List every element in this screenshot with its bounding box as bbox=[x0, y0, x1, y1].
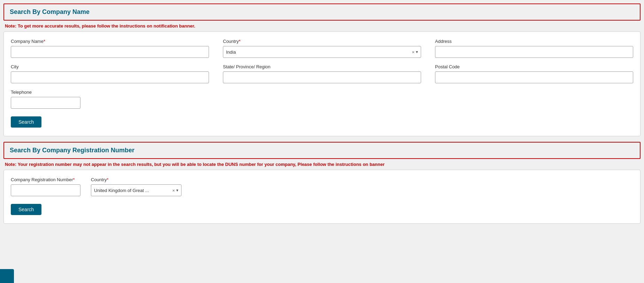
postal-code-label: Postal Code bbox=[435, 64, 633, 69]
reg-country-label: Country* bbox=[91, 177, 181, 182]
section1-note: Note: To get more accurate results, plea… bbox=[3, 21, 641, 31]
reg-number-label: Company Registration Number* bbox=[11, 177, 80, 182]
state-group: State/ Province/ Region bbox=[223, 64, 421, 83]
telephone-label: Telephone bbox=[11, 90, 80, 95]
country-group: Country* India × ▾ bbox=[223, 39, 421, 58]
country-label: Country* bbox=[223, 39, 421, 44]
section2-note-body: Your registration number may not appear … bbox=[18, 162, 385, 167]
city-label: City bbox=[11, 64, 209, 69]
postal-code-input[interactable] bbox=[435, 71, 633, 83]
country-value: India bbox=[226, 49, 412, 55]
section1-search-button[interactable]: Search bbox=[11, 116, 41, 128]
section1-note-body: To get more accurate results, please fol… bbox=[18, 23, 195, 29]
company-name-input[interactable] bbox=[11, 46, 209, 58]
reg-number-input[interactable] bbox=[11, 184, 80, 196]
section1-row1: Company Name* Country* India × ▾ Address bbox=[11, 39, 633, 58]
reg-country-clear-icon[interactable]: × bbox=[172, 188, 175, 193]
company-name-group: Company Name* bbox=[11, 39, 209, 58]
section2-header: Search By Company Registration Number bbox=[3, 142, 641, 159]
section2-search-button[interactable]: Search bbox=[11, 204, 41, 215]
country-dropdown-icon[interactable]: ▾ bbox=[416, 49, 418, 54]
section1-note-label: Note: bbox=[5, 23, 16, 29]
section1-row3: Telephone bbox=[11, 90, 633, 109]
reg-country-dropdown-icon[interactable]: ▾ bbox=[176, 188, 178, 193]
country-select[interactable]: India × ▾ bbox=[223, 46, 421, 58]
section1-row2: City State/ Province/ Region Postal Code bbox=[11, 64, 633, 83]
address-label: Address bbox=[435, 39, 633, 44]
address-group: Address bbox=[435, 39, 633, 58]
filler2 bbox=[371, 90, 634, 109]
section1-header: Search By Company Name bbox=[3, 3, 641, 21]
reg-country-select[interactable]: United Kingdom of Great ... × ▾ bbox=[91, 184, 181, 196]
section2-title: Search By Company Registration Number bbox=[10, 147, 134, 154]
city-input[interactable] bbox=[11, 71, 209, 83]
section1-form-card: Company Name* Country* India × ▾ Address bbox=[3, 31, 641, 136]
telephone-group: Telephone bbox=[11, 90, 80, 109]
section2-note-label: Note: bbox=[5, 162, 16, 167]
telephone-input[interactable] bbox=[11, 97, 80, 109]
search-by-reg-number-section: Search By Company Registration Number No… bbox=[3, 142, 641, 224]
company-name-label: Company Name* bbox=[11, 39, 209, 44]
section2-row1: Company Registration Number* Country* Un… bbox=[11, 177, 633, 196]
section2-form-card: Company Registration Number* Country* Un… bbox=[3, 170, 641, 224]
reg-country-value: United Kingdom of Great ... bbox=[94, 188, 172, 193]
reg-country-group: Country* United Kingdom of Great ... × ▾ bbox=[91, 177, 181, 196]
state-label: State/ Province/ Region bbox=[223, 64, 421, 69]
city-group: City bbox=[11, 64, 209, 83]
search-by-company-name-section: Search By Company Name Note: To get more… bbox=[3, 3, 641, 136]
reg-number-group: Company Registration Number* bbox=[11, 177, 80, 196]
section2-note: Note: Your registration number may not a… bbox=[3, 159, 641, 170]
postal-code-group: Postal Code bbox=[435, 64, 633, 83]
filler1 bbox=[94, 90, 357, 109]
section1-title: Search By Company Name bbox=[10, 8, 90, 15]
state-input[interactable] bbox=[223, 71, 421, 83]
address-input[interactable] bbox=[435, 46, 633, 58]
country-clear-icon[interactable]: × bbox=[412, 49, 414, 55]
